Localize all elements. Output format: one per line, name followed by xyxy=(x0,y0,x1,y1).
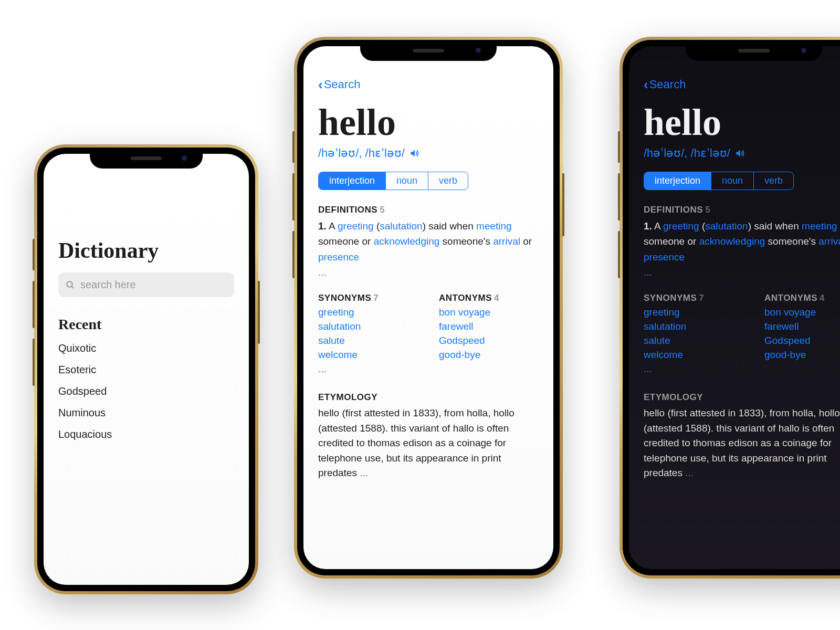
back-label: Search xyxy=(649,78,686,91)
list-item[interactable]: Quixotic xyxy=(58,342,234,354)
synonyms-heading: SYNONYMS7 xyxy=(318,293,418,303)
definitions-more[interactable]: ... xyxy=(318,267,539,278)
search-input[interactable]: search here xyxy=(58,272,234,297)
tab-interjection[interactable]: interjection xyxy=(319,172,386,190)
link-greeting[interactable]: greeting xyxy=(663,220,699,232)
list-item[interactable]: salutation xyxy=(644,321,743,332)
link-greeting[interactable]: greeting xyxy=(338,220,374,232)
list-item[interactable]: bon voyage xyxy=(439,307,539,318)
list-item[interactable]: Godspeed xyxy=(58,385,234,397)
recent-list: Quixotic Esoteric Godspeed Numinous Loqu… xyxy=(58,342,234,440)
list-item[interactable]: Esoteric xyxy=(58,364,234,376)
pronunciation: /həˈləʊ/, /hɛˈləʊ/ xyxy=(644,146,730,160)
antonyms-list: bon voyage farewell Godspeed good-bye xyxy=(764,307,840,361)
list-item[interactable]: Godspeed xyxy=(764,335,840,346)
list-item[interactable]: greeting xyxy=(318,307,418,318)
link-meeting[interactable]: meeting xyxy=(476,220,512,232)
list-item[interactable]: greeting xyxy=(644,307,743,318)
definitions-more[interactable]: ... xyxy=(644,267,840,278)
list-item[interactable]: bon voyage xyxy=(764,307,840,318)
synonyms-heading: SYNONYMS7 xyxy=(644,293,743,303)
definitions-heading: DEFINITIONS5 xyxy=(318,205,539,215)
svg-point-0 xyxy=(67,281,72,287)
app-title: Dictionary xyxy=(58,238,234,263)
list-item[interactable]: welcome xyxy=(318,349,418,361)
link-arrival[interactable]: arrival xyxy=(818,236,840,247)
etymology-more[interactable]: ... xyxy=(685,467,694,478)
antonyms-list: bon voyage farewell Godspeed good-bye xyxy=(439,307,539,361)
list-item[interactable]: farewell xyxy=(439,321,539,332)
tab-verb[interactable]: verb xyxy=(428,172,468,190)
etymology-heading: ETYMOLOGY xyxy=(318,392,539,403)
link-salutation[interactable]: salutation xyxy=(380,220,422,232)
chevron-left-icon: ‹ xyxy=(644,78,648,91)
tab-interjection[interactable]: interjection xyxy=(644,172,711,190)
link-presence[interactable]: presence xyxy=(318,251,359,262)
back-button[interactable]: ‹ Search xyxy=(318,78,360,91)
headword: hello xyxy=(318,101,539,144)
definitions-heading: DEFINITIONS5 xyxy=(644,205,840,215)
list-item[interactable]: salutation xyxy=(318,321,418,332)
speaker-icon[interactable] xyxy=(409,148,419,159)
tab-noun[interactable]: noun xyxy=(711,172,754,190)
pronunciation: /həˈləʊ/, /hɛˈləʊ/ xyxy=(318,146,405,160)
search-placeholder: search here xyxy=(80,279,136,291)
phone-home: Dictionary search here Recent Quixotic E… xyxy=(34,144,258,594)
pos-tabs: interjection noun verb xyxy=(318,172,468,190)
list-item[interactable]: good-bye xyxy=(439,349,539,361)
phone-entry-light: ‹ Search hello /həˈləʊ/, /hɛˈləʊ/ interj… xyxy=(294,37,563,579)
link-salutation[interactable]: salutation xyxy=(705,220,748,232)
recent-heading: Recent xyxy=(58,316,234,333)
list-item[interactable]: good-bye xyxy=(764,349,840,361)
link-presence[interactable]: presence xyxy=(644,251,685,262)
list-item[interactable]: Loquacious xyxy=(58,428,234,440)
link-acknowledging[interactable]: acknowledging xyxy=(699,236,765,247)
list-item[interactable]: salute xyxy=(318,335,418,346)
antonyms-heading: ANTONYMS4 xyxy=(764,293,840,303)
etymology-more[interactable]: ... xyxy=(360,467,368,478)
phone-entry-dark: ‹ Search hello /həˈləʊ/, /hɛˈləʊ/ interj… xyxy=(620,37,840,579)
definition-1: 1. A greeting (salutation) said when mee… xyxy=(644,218,840,265)
definition-1: 1. A greeting (salutation) said when mee… xyxy=(318,218,539,265)
tab-noun[interactable]: noun xyxy=(386,172,428,190)
synonyms-list: greeting salutation salute welcome ... xyxy=(318,307,418,375)
synonyms-more[interactable]: ... xyxy=(318,363,418,375)
pronunciation-row: /həˈləʊ/, /hɛˈləʊ/ xyxy=(644,146,840,160)
etymology-text: hello (first attested in 1833), from hol… xyxy=(644,406,840,481)
link-arrival[interactable]: arrival xyxy=(493,236,520,247)
svg-line-1 xyxy=(71,286,74,288)
tab-verb[interactable]: verb xyxy=(754,172,793,190)
speaker-icon[interactable] xyxy=(734,148,745,159)
chevron-left-icon: ‹ xyxy=(318,78,323,91)
etymology-heading: ETYMOLOGY xyxy=(644,392,840,403)
etymology-text: hello (first attested in 1833), from hol… xyxy=(318,406,539,481)
link-acknowledging[interactable]: acknowledging xyxy=(374,236,440,247)
list-item[interactable]: farewell xyxy=(764,321,840,332)
back-button[interactable]: ‹ Search xyxy=(644,78,686,91)
synonyms-list: greeting salutation salute welcome ... xyxy=(644,307,743,375)
search-icon xyxy=(66,280,75,290)
list-item[interactable]: welcome xyxy=(644,349,743,361)
list-item[interactable]: Numinous xyxy=(58,407,234,419)
link-meeting[interactable]: meeting xyxy=(802,220,837,232)
pos-tabs: interjection noun verb xyxy=(644,172,794,190)
list-item[interactable]: salute xyxy=(644,335,743,346)
antonyms-heading: ANTONYMS4 xyxy=(439,293,539,303)
pronunciation-row: /həˈləʊ/, /hɛˈləʊ/ xyxy=(318,146,539,160)
synonyms-more[interactable]: ... xyxy=(644,363,743,375)
back-label: Search xyxy=(324,78,361,91)
headword: hello xyxy=(644,101,840,144)
list-item[interactable]: Godspeed xyxy=(439,335,539,346)
